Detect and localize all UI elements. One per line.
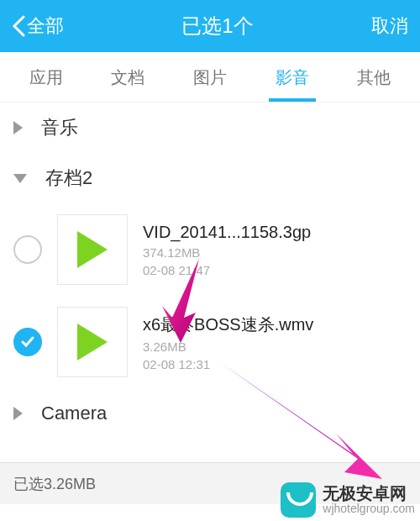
checkbox-unchecked[interactable] [13,235,42,264]
file-row[interactable]: VID_20141...1158.3gp 374.12MB 02-08 21:4… [0,203,420,296]
chevron-right-icon [13,121,23,134]
tab-apps[interactable]: 应用 [24,53,68,101]
cancel-button[interactable]: 取消 [371,13,408,39]
chevron-down-icon [13,174,27,183]
section-label: 存档2 [45,166,92,191]
video-thumbnail[interactable] [57,214,128,285]
chevron-left-icon [12,15,25,37]
tab-docs[interactable]: 文档 [106,53,150,101]
file-name: x6最终BOSS速杀.wmv [143,313,313,336]
file-size: 3.26MB [143,339,313,354]
file-row[interactable]: x6最终BOSS速杀.wmv 3.26MB 02-08 12:31 [0,296,420,388]
watermark-subtitle: wjhotelgroup.com [323,503,415,515]
checkbox-checked[interactable] [13,328,42,356]
file-meta: x6最终BOSS速杀.wmv 3.26MB 02-08 12:31 [143,313,313,371]
header-bar: 全部 已选1个 取消 [0,0,420,52]
video-thumbnail[interactable] [57,307,128,377]
section-header-archive2[interactable]: 存档2 [0,153,420,203]
section-header-camera[interactable]: Camera [0,388,420,439]
tabs-bar: 应用 文档 图片 影音 其他 [0,52,420,103]
page-title: 已选1个 [181,13,253,39]
watermark-logo-icon [281,482,316,518]
chevron-right-icon [13,407,23,420]
file-date: 02-08 12:31 [143,357,313,371]
watermark: 无极安卓网 wjhotelgroup.com [281,482,415,518]
file-date: 02-08 21:47 [143,263,311,277]
tab-media[interactable]: 影音 [270,53,314,101]
file-meta: VID_20141...1158.3gp 374.12MB 02-08 21:4… [143,223,311,277]
file-size: 374.12MB [143,245,311,260]
section-header-music[interactable]: 音乐 [0,103,420,153]
play-icon [77,231,108,268]
watermark-title: 无极安卓网 [323,484,415,503]
tab-images[interactable]: 图片 [188,53,232,101]
tab-other[interactable]: 其他 [352,53,396,101]
back-button[interactable]: 全部 [12,13,64,39]
section-label: Camera [41,403,107,424]
file-name: VID_20141...1158.3gp [143,223,311,242]
back-label: 全部 [27,13,64,39]
play-icon [77,324,108,360]
selected-summary: 已选3.26MB [13,474,96,494]
section-label: 音乐 [41,115,78,140]
